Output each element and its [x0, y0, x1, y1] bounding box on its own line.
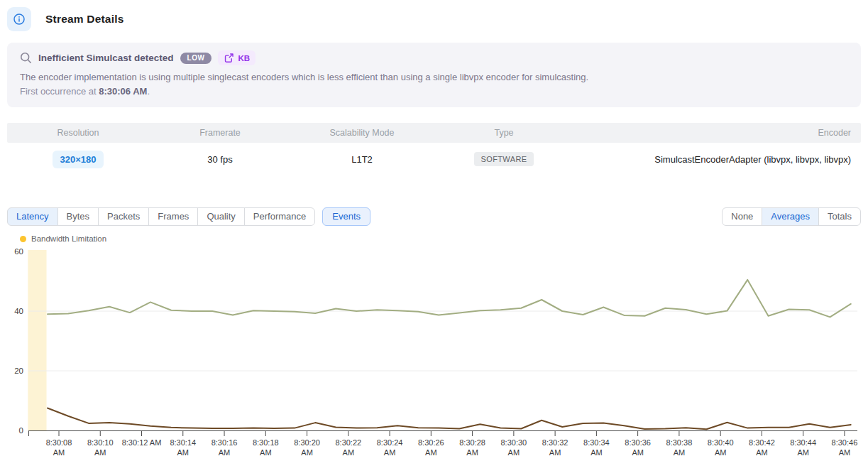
bandwidth-limitation-swatch [20, 236, 26, 242]
x-tick-label: 8:30:42AM [749, 438, 775, 457]
x-tick-label: 8:30:16AM [211, 438, 238, 457]
col-framerate: Framerate [149, 128, 291, 138]
x-tick-label: 8:30:18AM [253, 438, 279, 457]
col-encoder: Encoder [575, 128, 861, 138]
chart-toolbar: Latency Bytes Packets Frames Quality Per… [7, 207, 861, 226]
x-tick-label: 8:30:36AM [625, 438, 651, 457]
kb-label: KB [238, 54, 250, 63]
tab-frames[interactable]: Frames [148, 207, 198, 226]
type-badge: SOFTWARE [474, 152, 533, 166]
x-tick-label: 8:30:12 AM [122, 438, 162, 447]
stream-properties-table: Resolution Framerate Scalability Mode Ty… [7, 123, 861, 175]
x-tick-label: 8:30:44AM [790, 438, 816, 457]
tab-packets[interactable]: Packets [98, 207, 149, 226]
alert-description: The encoder implementation is using mult… [20, 70, 848, 85]
search-icon [20, 52, 32, 64]
tab-performance[interactable]: Performance [244, 207, 315, 226]
series-lower-line [48, 408, 851, 430]
x-tick-label: 8:30:46AM [832, 438, 858, 457]
alert-title: Inefficient Simulcast detected [38, 53, 174, 63]
events-toggle-button[interactable]: Events [322, 207, 370, 226]
kb-link-button[interactable]: KB [218, 50, 256, 65]
y-tick-label: 60 [14, 247, 23, 256]
y-tick-label: 0 [19, 426, 23, 435]
x-tick-label: 8:30:08AM [46, 438, 72, 457]
aggregate-tab-group: None Averages Totals [722, 207, 861, 226]
x-tick-label: 8:30:38AM [666, 438, 693, 457]
share-icon [224, 53, 234, 63]
severity-badge: LOW [180, 53, 212, 64]
page-title: Stream Details [45, 13, 124, 26]
encoder-value: SimulcastEncoderAdapter (libvpx, libvpx,… [575, 154, 861, 165]
y-tick-label: 20 [14, 367, 23, 375]
latency-chart[interactable]: 8:30:08AM8:30:10AM8:30:12 AM8:30:14AM8:3… [7, 246, 861, 461]
table-header-row: Resolution Framerate Scalability Mode Ty… [7, 123, 861, 143]
x-tick-label: 8:30:30AM [501, 438, 527, 457]
stream-details-panel: Stream Details Inefficient Simulcast det… [0, 0, 868, 461]
info-button[interactable] [7, 7, 31, 31]
x-tick-label: 8:30:32AM [542, 438, 568, 457]
x-tick-label: 8:30:14AM [170, 438, 196, 457]
tab-totals[interactable]: Totals [818, 207, 861, 226]
tab-bytes[interactable]: Bytes [57, 207, 99, 226]
legend-label: Bandwidth Limitation [31, 234, 106, 243]
x-tick-label: 8:30:20AM [294, 438, 320, 457]
x-tick-label: 8:30:22AM [335, 438, 361, 457]
tab-averages[interactable]: Averages [762, 207, 819, 226]
tab-latency[interactable]: Latency [7, 207, 58, 226]
x-tick-label: 8:30:26AM [418, 438, 444, 457]
scalability-mode-value: L1T2 [291, 154, 433, 165]
simulcast-alert-card: Inefficient Simulcast detected LOW KB Th… [7, 43, 861, 107]
panel-header: Stream Details [7, 7, 861, 31]
first-occurrence-time: 8:30:06 AM [99, 86, 147, 97]
tab-quality[interactable]: Quality [197, 207, 244, 226]
framerate-value: 30 fps [149, 154, 291, 165]
tab-none[interactable]: None [722, 207, 762, 226]
alert-first-occurrence: First occurrence at 8:30:06 AM. [20, 85, 848, 99]
x-tick-label: 8:30:28AM [459, 438, 485, 457]
metric-tab-group: Latency Bytes Packets Frames Quality Per… [7, 207, 315, 226]
col-type: Type [433, 128, 575, 138]
table-row: 320×180 30 fps L1T2 SOFTWARE SimulcastEn… [7, 143, 861, 175]
y-tick-label: 40 [14, 307, 23, 315]
x-tick-label: 8:30:34AM [583, 438, 610, 457]
col-resolution: Resolution [7, 128, 149, 138]
bandwidth-limitation-band [28, 250, 46, 430]
chart-legend: Bandwidth Limitation [20, 234, 861, 243]
series-upper-line [48, 280, 851, 318]
x-tick-label: 8:30:24AM [377, 438, 403, 457]
resolution-chip[interactable]: 320×180 [53, 151, 104, 168]
info-icon [13, 13, 26, 26]
x-tick-label: 8:30:40AM [708, 438, 734, 457]
x-tick-label: 8:30:10AM [87, 438, 114, 457]
col-scalability-mode: Scalability Mode [291, 128, 433, 138]
